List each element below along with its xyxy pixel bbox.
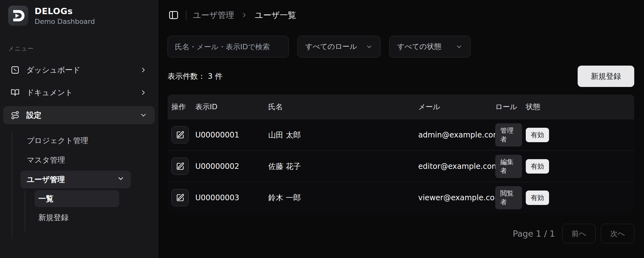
table-body: U00000001 山田 太郎 admin@example.com 管理者 有効… — [168, 119, 634, 213]
search-input[interactable] — [168, 36, 289, 57]
user-display-id: U00000001 — [192, 131, 264, 139]
sidebar-item-user-list[interactable]: 一覧 — [35, 190, 119, 207]
sidebar-item-label: 一覧 — [38, 194, 53, 204]
sidebar-item-project-management[interactable]: プロジェクト管理 — [20, 132, 131, 149]
status-filter-value: すべての状態 — [397, 42, 441, 51]
sidebar-item-label: ダッシュボード — [26, 65, 133, 75]
sidebar-item-label: マスタ管理 — [27, 155, 65, 165]
status-badge: 有効 — [526, 191, 549, 205]
role-filter-dropdown[interactable]: すべてのロール — [297, 36, 380, 57]
filter-bar: すべてのロール すべての状態 — [168, 36, 634, 57]
breadcrumb: ユーザ管理 ユーザ一覧 — [193, 10, 296, 21]
app-logo-icon — [8, 6, 28, 26]
chevron-down-icon — [117, 175, 125, 184]
chevron-right-icon — [140, 66, 147, 74]
sidebar-item-settings[interactable]: 設定 — [3, 106, 155, 124]
user-name: 鈴木 一郎 — [264, 193, 414, 203]
sidebar-item-label: 設定 — [26, 110, 133, 120]
next-page-button[interactable]: 次へ — [601, 224, 634, 243]
sidebar-section-label: メニュー — [8, 45, 158, 53]
sidebar-item-label: ユーザ管理 — [27, 175, 65, 185]
role-filter-value: すべてのロール — [305, 42, 357, 51]
settings-subtree: プロジェクト管理 マスタ管理 ユーザ管理 一覧 新規登録 — [3, 132, 155, 226]
table-header-row: 操作 表示ID 氏名 メール ロール 状態 — [168, 94, 634, 119]
column-header-action: 操作 — [168, 102, 192, 112]
app-title: DELOGs — [35, 6, 95, 16]
app-window: DELOGs Demo Dashboard メニュー ダッシュボード — [0, 0, 644, 258]
breadcrumb-separator-icon — [241, 12, 248, 19]
dashboard-icon — [11, 66, 19, 74]
pagination: Page 1 / 1 前へ 次へ — [168, 224, 634, 243]
breadcrumb-parent[interactable]: ユーザ管理 — [193, 10, 234, 21]
column-header-name: 氏名 — [264, 102, 414, 112]
main-content: ユーザ管理 ユーザ一覧 すべてのロール すべての状態 — [158, 0, 644, 258]
toolbar-row: 表示件数： 3 件 新規登録 — [168, 66, 634, 87]
sidebar-item-documents[interactable]: ドキュメント — [3, 83, 155, 102]
role-badge: 閲覧者 — [495, 186, 522, 209]
create-user-button[interactable]: 新規登録 — [578, 66, 634, 87]
chevron-right-icon — [140, 89, 147, 96]
page-indicator: Page 1 / 1 — [513, 229, 555, 239]
user-name: 山田 太郎 — [264, 130, 414, 140]
sidebar-item-master-management[interactable]: マスタ管理 — [20, 151, 131, 169]
prev-page-button[interactable]: 前へ — [562, 224, 596, 243]
topbar: ユーザ管理 ユーザ一覧 — [168, 9, 634, 21]
user-display-id: U00000002 — [192, 162, 264, 171]
column-header-status: 状態 — [522, 102, 634, 112]
table-row: U00000002 佐藤 花子 editor@example.com 編集者 有… — [168, 150, 634, 182]
topbar-divider — [186, 10, 186, 20]
chevron-down-icon — [366, 43, 373, 50]
column-header-display-id: 表示ID — [192, 102, 264, 112]
sidebar-item-label: 新規登録 — [38, 212, 69, 223]
sidebar-toggle-button[interactable] — [168, 9, 180, 21]
sidebar-item-dashboard[interactable]: ダッシュボード — [3, 61, 155, 79]
user-name: 佐藤 花子 — [264, 161, 414, 171]
user-email: admin@example.com — [414, 131, 491, 139]
user-email: viewer@example.com — [414, 193, 491, 202]
sidebar-item-label: プロジェクト管理 — [27, 136, 88, 146]
chevron-down-icon — [456, 43, 463, 50]
users-table: 操作 表示ID 氏名 メール ロール 状態 U00000001 山田 太郎 ad… — [168, 94, 634, 213]
table-row: U00000003 鈴木 一郎 viewer@example.com 閲覧者 有… — [168, 182, 634, 213]
column-header-email: メール — [414, 102, 491, 112]
status-filter-dropdown[interactable]: すべての状態 — [389, 36, 470, 57]
sidebar-item-user-management[interactable]: ユーザ管理 — [20, 171, 131, 188]
sidebar-item-label: ドキュメント — [26, 88, 133, 98]
edit-user-button[interactable] — [171, 126, 189, 143]
chevron-down-icon — [140, 111, 147, 119]
route-icon — [11, 111, 19, 120]
app-subtitle: Demo Dashboard — [35, 18, 95, 25]
sidebar-item-user-create[interactable]: 新規登録 — [35, 209, 119, 226]
result-count: 表示件数： 3 件 — [168, 71, 223, 81]
tree-indent-line — [25, 191, 25, 232]
user-email: editor@example.com — [414, 162, 491, 171]
column-header-role: ロール — [491, 102, 522, 112]
edit-user-button[interactable] — [171, 158, 189, 175]
tree-indent-line — [12, 131, 12, 239]
sidebar: DELOGs Demo Dashboard メニュー ダッシュボード — [0, 0, 158, 258]
user-display-id: U00000003 — [192, 193, 264, 202]
breadcrumb-current: ユーザ一覧 — [255, 10, 296, 21]
role-badge: 編集者 — [495, 155, 522, 178]
status-badge: 有効 — [526, 159, 549, 174]
edit-user-button[interactable] — [171, 189, 189, 206]
book-open-icon — [11, 88, 19, 97]
table-row: U00000001 山田 太郎 admin@example.com 管理者 有効 — [168, 119, 634, 150]
role-badge: 管理者 — [495, 123, 522, 147]
app-logo-block: DELOGs Demo Dashboard — [0, 6, 158, 26]
status-badge: 有効 — [526, 128, 549, 142]
sidebar-nav: ダッシュボード ドキュメント — [0, 61, 158, 226]
